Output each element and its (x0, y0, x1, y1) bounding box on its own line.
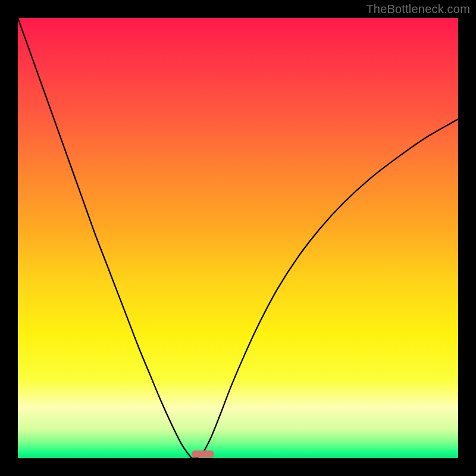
bottleneck-chart (18, 18, 458, 458)
plot-background (18, 18, 458, 458)
optimal-marker (192, 450, 214, 458)
chart-frame: TheBottleneck.com (0, 0, 476, 476)
watermark-text: TheBottleneck.com (366, 2, 470, 16)
